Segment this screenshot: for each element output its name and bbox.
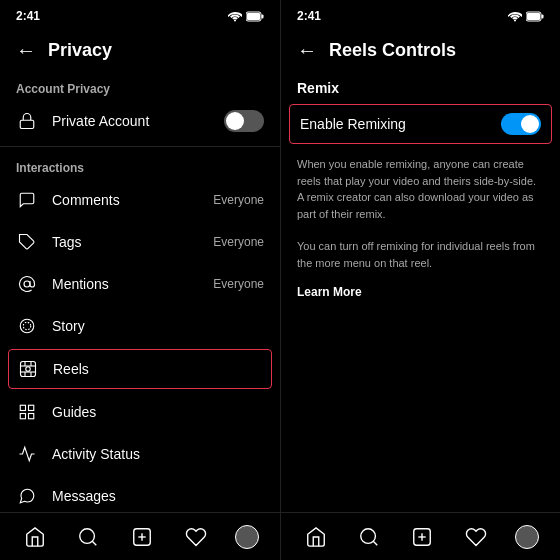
menu-item-messages[interactable]: Messages — [0, 475, 280, 517]
wifi-icon-right — [508, 11, 522, 22]
battery-icon-right — [526, 11, 544, 22]
right-content-scroll[interactable]: Remix Enable Remixing When you enable re… — [281, 72, 560, 560]
svg-line-30 — [93, 541, 97, 545]
svg-rect-2 — [262, 14, 264, 18]
svg-rect-18 — [20, 414, 25, 419]
remix-description: When you enable remixing, anyone can cre… — [281, 148, 560, 230]
wifi-icon — [228, 11, 242, 22]
svg-rect-8 — [21, 362, 36, 377]
status-bar-right: 2:41 — [281, 0, 560, 28]
remix-extra-note: You can turn off remixing for individual… — [281, 230, 560, 279]
svg-point-9 — [26, 367, 31, 372]
bottom-nav-left — [0, 512, 280, 560]
nav-profile-right[interactable] — [515, 525, 539, 549]
divider-1 — [0, 146, 280, 147]
comments-value: Everyone — [213, 193, 264, 207]
enable-remixing-row[interactable]: Enable Remixing — [289, 104, 552, 144]
svg-point-29 — [80, 528, 95, 543]
nav-heart-left[interactable] — [182, 523, 210, 551]
section-label-interactions: Interactions — [0, 151, 280, 179]
nav-heart-right[interactable] — [462, 523, 490, 551]
lock-icon — [16, 110, 38, 132]
guides-icon — [16, 401, 38, 423]
svg-point-6 — [20, 319, 34, 333]
remix-section-title: Remix — [281, 72, 560, 100]
page-title-left: Privacy — [48, 40, 112, 61]
menu-item-story[interactable]: Story — [0, 305, 280, 347]
nav-add-right[interactable] — [408, 523, 436, 551]
enable-remixing-toggle[interactable] — [501, 113, 541, 135]
svg-rect-35 — [527, 13, 540, 20]
menu-item-reels[interactable]: Reels — [8, 349, 272, 389]
reels-icon — [17, 358, 39, 380]
at-icon — [16, 273, 38, 295]
menu-item-private-account[interactable]: Private Account — [0, 100, 280, 142]
private-account-toggle[interactable] — [224, 110, 264, 132]
reels-label: Reels — [53, 361, 263, 377]
nav-profile-left[interactable] — [235, 525, 259, 549]
enable-remixing-label: Enable Remixing — [300, 116, 501, 132]
story-icon — [16, 315, 38, 337]
mentions-value: Everyone — [213, 277, 264, 291]
battery-icon — [246, 11, 264, 22]
nav-search-right[interactable] — [355, 523, 383, 551]
status-icons-right — [508, 11, 544, 22]
header-right: ← Reels Controls — [281, 28, 560, 72]
guides-label: Guides — [52, 404, 264, 420]
right-panel: 2:41 ← Reels Controls Remix Enable Remix… — [280, 0, 560, 560]
left-content-scroll[interactable]: Account Privacy Private Account Interact… — [0, 72, 280, 560]
svg-rect-3 — [20, 120, 34, 128]
activity-status-label: Activity Status — [52, 446, 264, 462]
page-title-right: Reels Controls — [329, 40, 456, 61]
status-time-right: 2:41 — [297, 9, 321, 23]
mentions-label: Mentions — [52, 276, 213, 292]
nav-home-left[interactable] — [21, 523, 49, 551]
activity-icon — [16, 443, 38, 465]
svg-rect-1 — [247, 13, 260, 20]
menu-item-comments[interactable]: Comments Everyone — [0, 179, 280, 221]
messages-label: Messages — [52, 488, 264, 504]
menu-item-guides[interactable]: Guides — [0, 391, 280, 433]
private-account-label: Private Account — [52, 113, 224, 129]
svg-point-37 — [361, 528, 376, 543]
status-icons-left — [228, 11, 264, 22]
menu-item-tags[interactable]: Tags Everyone — [0, 221, 280, 263]
svg-rect-17 — [29, 405, 34, 410]
tag-icon — [16, 231, 38, 253]
nav-search-left[interactable] — [74, 523, 102, 551]
status-time-left: 2:41 — [16, 9, 40, 23]
comment-icon — [16, 189, 38, 211]
back-button-left[interactable]: ← — [16, 39, 36, 62]
status-bar-left: 2:41 — [0, 0, 280, 28]
left-panel: 2:41 ← Privacy Account Privacy Private A… — [0, 0, 280, 560]
svg-line-38 — [373, 541, 377, 545]
svg-rect-19 — [29, 414, 34, 419]
menu-item-activity-status[interactable]: Activity Status — [0, 433, 280, 475]
story-label: Story — [52, 318, 264, 334]
menu-item-mentions[interactable]: Mentions Everyone — [0, 263, 280, 305]
bottom-nav-right — [281, 512, 560, 560]
svg-rect-36 — [542, 14, 544, 18]
comments-label: Comments — [52, 192, 213, 208]
svg-point-7 — [23, 322, 31, 330]
svg-rect-16 — [20, 405, 25, 410]
tags-label: Tags — [52, 234, 213, 250]
svg-point-5 — [24, 281, 30, 287]
back-button-right[interactable]: ← — [297, 39, 317, 62]
learn-more-link[interactable]: Learn More — [281, 279, 560, 305]
nav-add-left[interactable] — [128, 523, 156, 551]
tags-value: Everyone — [213, 235, 264, 249]
nav-home-right[interactable] — [302, 523, 330, 551]
section-label-account: Account Privacy — [0, 72, 280, 100]
header-left: ← Privacy — [0, 28, 280, 72]
message-icon — [16, 485, 38, 507]
